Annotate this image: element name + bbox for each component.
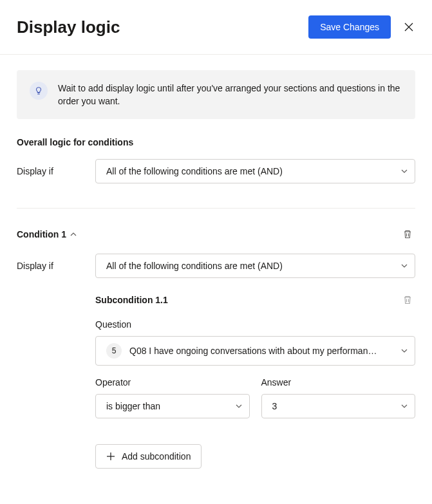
- info-banner-text: Wait to add display logic until after yo…: [58, 82, 402, 107]
- modal-header: Display logic Save Changes: [0, 0, 432, 55]
- overall-display-if-row: Display if All of the following conditio…: [17, 159, 415, 183]
- condition-title-text: Condition 1: [17, 229, 66, 239]
- question-select-wrap: 5 Q08 I have ongoing conversations with …: [95, 336, 415, 366]
- answer-label: Answer: [261, 377, 416, 387]
- trash-icon: [402, 229, 413, 239]
- operator-select-wrap: is bigger than: [95, 394, 250, 418]
- overall-logic-heading: Overall logic for conditions: [17, 137, 415, 147]
- header-actions: Save Changes: [308, 15, 417, 39]
- page-title: Display logic: [17, 17, 120, 37]
- operator-label: Operator: [95, 377, 250, 387]
- condition-display-if-select-wrap: All of the following conditions are met …: [95, 254, 415, 278]
- overall-display-if-label: Display if: [17, 166, 88, 176]
- chevron-down-icon: [401, 346, 408, 356]
- question-label: Question: [95, 319, 415, 330]
- overall-display-if-value: All of the following conditions are met …: [106, 166, 283, 176]
- condition-toggle[interactable]: Condition 1: [17, 229, 77, 239]
- delete-subcondition-button[interactable]: [400, 292, 415, 308]
- overall-display-if-select-wrap: All of the following conditions are met …: [95, 159, 415, 183]
- add-subcondition-button[interactable]: Add subcondition: [95, 444, 202, 469]
- subcondition-block: Subcondition 1.1 Question 5 Q08 I have o…: [95, 292, 415, 469]
- overall-display-if-select[interactable]: All of the following conditions are met …: [95, 159, 415, 183]
- add-subcondition-label: Add subcondition: [122, 451, 191, 462]
- condition-display-if-label: Display if: [17, 261, 88, 271]
- subcondition-title: Subcondition 1.1: [95, 295, 168, 305]
- operator-value: is bigger than: [106, 401, 160, 411]
- condition-display-if-row: Display if All of the following conditio…: [17, 254, 415, 278]
- divider: [17, 208, 415, 209]
- answer-value: 3: [272, 401, 277, 411]
- answer-field-group: Answer 3: [261, 377, 416, 418]
- close-button[interactable]: [401, 19, 417, 35]
- lightbulb-icon-wrap: [30, 82, 48, 100]
- question-badge: 5: [106, 343, 122, 359]
- operator-field-group: Operator is bigger than: [95, 377, 250, 418]
- subcondition-header: Subcondition 1.1: [95, 292, 415, 308]
- trash-icon: [402, 295, 413, 305]
- plus-icon: [106, 452, 115, 461]
- chevron-down-icon: [401, 261, 408, 271]
- info-banner: Wait to add display logic until after yo…: [17, 70, 415, 119]
- chevron-up-icon: [70, 231, 77, 238]
- question-value: Q08 I have ongoing conversations with ab…: [129, 346, 377, 356]
- chevron-down-icon: [401, 166, 408, 176]
- condition-header: Condition 1: [17, 227, 415, 242]
- operator-select[interactable]: is bigger than: [95, 394, 250, 418]
- answer-select-wrap: 3: [261, 394, 416, 418]
- question-select[interactable]: 5 Q08 I have ongoing conversations with …: [95, 336, 415, 366]
- condition-display-if-value: All of the following conditions are met …: [106, 261, 283, 271]
- condition-display-if-select[interactable]: All of the following conditions are met …: [95, 254, 415, 278]
- modal-content: Wait to add display logic until after yo…: [0, 55, 432, 484]
- question-field-group: Question 5 Q08 I have ongoing conversati…: [95, 319, 415, 366]
- operator-answer-row: Operator is bigger than Answer 3: [95, 377, 415, 430]
- chevron-down-icon: [401, 401, 408, 411]
- chevron-down-icon: [236, 401, 242, 411]
- answer-select[interactable]: 3: [261, 394, 416, 418]
- close-icon: [404, 22, 414, 32]
- save-button[interactable]: Save Changes: [308, 15, 391, 39]
- delete-condition-button[interactable]: [400, 227, 415, 242]
- lightbulb-icon: [34, 86, 43, 95]
